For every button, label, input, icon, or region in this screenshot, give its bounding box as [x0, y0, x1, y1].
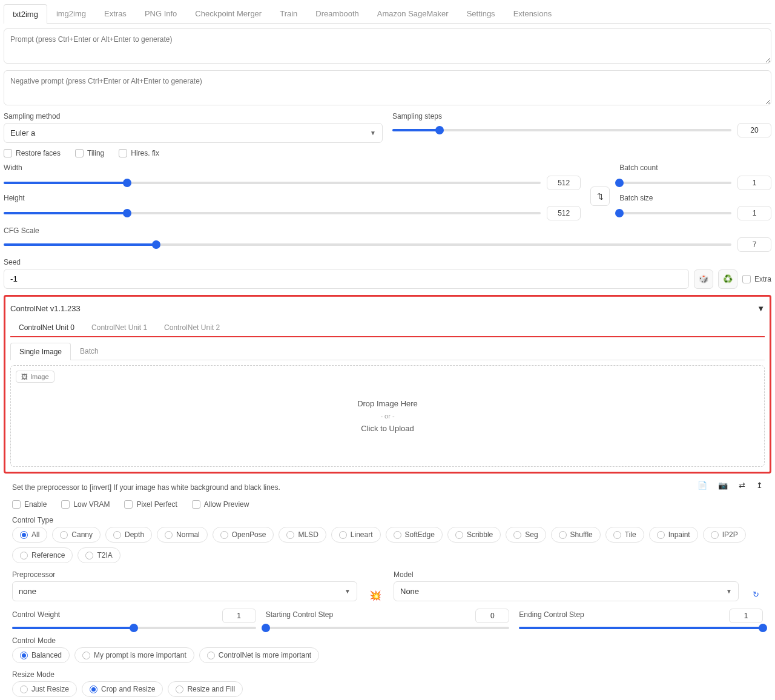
control-type-t2ia[interactable]: T2IA — [78, 547, 120, 563]
control-type-softedge[interactable]: SoftEdge — [386, 527, 443, 543]
control-mode-prompt[interactable]: My prompt is more important — [74, 647, 194, 663]
batch-tab[interactable]: Batch — [71, 342, 108, 360]
width-value[interactable]: 512 — [547, 176, 581, 190]
height-slider[interactable] — [4, 212, 541, 214]
seed-label: Seed — [4, 258, 771, 266]
width-slider[interactable] — [4, 182, 541, 184]
tab-pnginfo[interactable]: PNG Info — [136, 4, 186, 23]
control-type-normal[interactable]: Normal — [157, 527, 208, 543]
control-type-reference[interactable]: Reference — [12, 547, 73, 563]
ending-step-slider[interactable] — [519, 627, 763, 629]
tab-extensions[interactable]: Extensions — [504, 4, 561, 23]
preprocessor-select[interactable]: none▼ — [12, 581, 357, 601]
enable-checkbox[interactable]: Enable — [12, 500, 47, 509]
resize-fill[interactable]: Resize and Fill — [168, 681, 243, 697]
control-type-inpaint[interactable]: Inpaint — [649, 527, 698, 543]
height-value[interactable]: 512 — [547, 206, 581, 220]
collapse-icon: ▼ — [757, 304, 765, 313]
single-image-tab[interactable]: Single Image — [10, 343, 71, 360]
tab-dreambooth[interactable]: Dreambooth — [306, 4, 368, 23]
batch-size-value[interactable]: 1 — [737, 206, 771, 220]
send-up-icon[interactable]: ↥ — [756, 481, 763, 490]
ending-step-value[interactable]: 1 — [729, 609, 763, 623]
randomize-seed-button[interactable]: 🎲 — [694, 269, 713, 289]
control-weight-label: Control Weight — [12, 610, 60, 619]
starting-step-slider[interactable] — [266, 627, 510, 629]
control-type-ip2p[interactable]: IP2P — [703, 527, 746, 543]
control-weight-value[interactable]: 1 — [222, 609, 256, 623]
restore-faces-checkbox[interactable]: Restore faces — [4, 149, 61, 157]
chevron-down-icon: ▼ — [726, 588, 732, 595]
control-type-openpose[interactable]: OpenPose — [213, 527, 274, 543]
doc-icon[interactable]: 📄 — [698, 481, 707, 490]
width-label: Width — [4, 163, 581, 172]
batch-count-slider[interactable] — [619, 182, 731, 184]
tab-txt2img[interactable]: txt2img — [4, 4, 47, 24]
batch-count-label: Batch count — [619, 163, 771, 172]
control-type-all[interactable]: All — [12, 527, 47, 543]
sampling-steps-label: Sampling steps — [392, 112, 771, 121]
control-type-label: Control Type — [12, 516, 763, 524]
control-type-tile[interactable]: Tile — [605, 527, 644, 543]
pixel-perfect-checkbox[interactable]: Pixel Perfect — [124, 500, 177, 509]
tab-checkpoint-merger[interactable]: Checkpoint Merger — [186, 4, 271, 23]
resize-mode-label: Resize Mode — [12, 670, 763, 679]
hires-fix-checkbox[interactable]: Hires. fix — [119, 149, 159, 157]
control-type-scribble[interactable]: Scribble — [447, 527, 501, 543]
cfg-label: CFG Scale — [4, 226, 771, 235]
cfg-value[interactable]: 7 — [737, 237, 771, 252]
control-mode-balanced[interactable]: Balanced — [12, 647, 70, 663]
controlnet-unit-2-tab[interactable]: ControlNet Unit 2 — [156, 319, 228, 336]
starting-step-label: Starting Control Step — [266, 610, 333, 619]
model-select[interactable]: None▼ — [394, 581, 739, 601]
swap-icon[interactable]: ⇄ — [739, 481, 745, 490]
tab-img2img[interactable]: img2img — [47, 4, 95, 23]
sampling-method-select[interactable]: Euler a ▼ — [4, 123, 383, 143]
controlnet-header[interactable]: ControlNet v1.1.233 ▼ — [10, 302, 765, 315]
prompt-input[interactable] — [4, 28, 771, 64]
swap-dimensions-button[interactable]: ⇅ — [590, 187, 610, 206]
controlnet-title: ControlNet v1.1.233 — [10, 304, 81, 313]
tab-sagemaker[interactable]: Amazon SageMaker — [368, 4, 458, 23]
control-type-shuffle[interactable]: Shuffle — [551, 527, 601, 543]
image-dropzone[interactable]: 🖼 Image Drop Image Here - or - Click to … — [10, 365, 765, 467]
control-mode-controlnet[interactable]: ControlNet is more important — [199, 647, 319, 663]
main-tabs: txt2img img2img Extras PNG Info Checkpoi… — [4, 4, 771, 24]
control-type-lineart[interactable]: Lineart — [331, 527, 381, 543]
allow-preview-checkbox[interactable]: Allow Preview — [192, 500, 249, 509]
control-type-seg[interactable]: Seg — [506, 527, 546, 543]
image-tag: 🖼 Image — [16, 371, 54, 383]
reuse-seed-button[interactable]: ♻️ — [718, 269, 737, 289]
controlnet-unit-0-tab[interactable]: ControlNet Unit 0 — [10, 319, 83, 336]
sampling-steps-slider[interactable] — [392, 129, 731, 131]
sampling-steps-value[interactable]: 20 — [737, 123, 771, 137]
sampling-method-value: Euler a — [10, 128, 35, 137]
preprocessor-hint: Set the preprocessor to [invert] If your… — [12, 483, 280, 492]
refresh-models-icon[interactable]: ↻ — [748, 587, 763, 601]
sampling-method-label: Sampling method — [4, 112, 383, 121]
tab-train[interactable]: Train — [271, 4, 306, 23]
control-mode-label: Control Mode — [12, 636, 763, 645]
controlnet-unit-1-tab[interactable]: ControlNet Unit 1 — [83, 319, 156, 336]
cfg-slider[interactable] — [4, 243, 731, 246]
batch-size-label: Batch size — [619, 194, 771, 202]
tab-extras[interactable]: Extras — [95, 4, 136, 23]
seed-input[interactable] — [4, 269, 689, 289]
camera-icon[interactable]: 📷 — [718, 481, 728, 490]
control-type-mlsd[interactable]: MLSD — [279, 527, 326, 543]
batch-count-value[interactable]: 1 — [737, 176, 771, 190]
tab-settings[interactable]: Settings — [458, 4, 504, 23]
control-type-group: All Canny Depth Normal OpenPose MLSD Lin… — [12, 527, 763, 563]
lowvram-checkbox[interactable]: Low VRAM — [61, 500, 110, 509]
control-type-canny[interactable]: Canny — [52, 527, 101, 543]
explode-icon[interactable]: 💥 — [367, 590, 384, 601]
control-weight-slider[interactable] — [12, 627, 256, 629]
resize-just[interactable]: Just Resize — [12, 681, 77, 697]
starting-step-value[interactable]: 0 — [475, 609, 509, 623]
extra-checkbox[interactable]: Extra — [742, 275, 771, 283]
tiling-checkbox[interactable]: Tiling — [75, 149, 104, 157]
batch-size-slider[interactable] — [619, 212, 731, 214]
negative-prompt-input[interactable] — [4, 70, 771, 105]
control-type-depth[interactable]: Depth — [105, 527, 152, 543]
resize-crop[interactable]: Crop and Resize — [82, 681, 163, 697]
